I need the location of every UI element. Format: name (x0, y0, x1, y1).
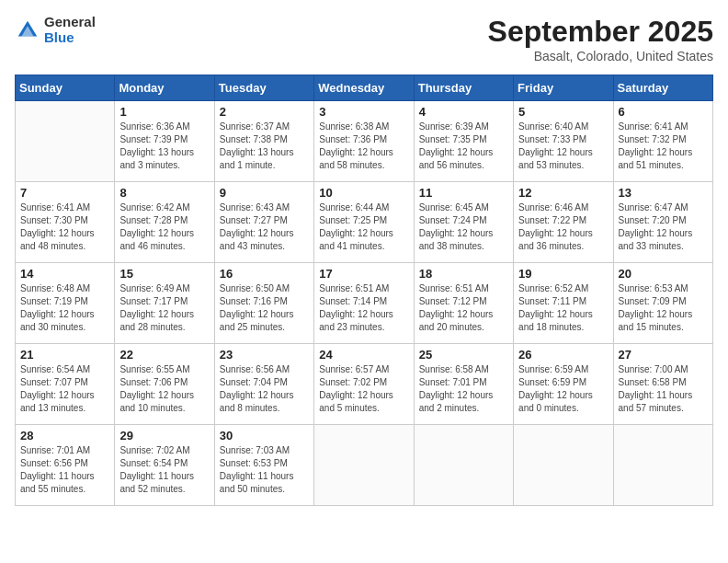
day-number: 25 (419, 348, 508, 362)
day-number: 11 (419, 186, 508, 200)
day-number: 8 (119, 186, 209, 200)
calendar-cell: 25Sunrise: 6:58 AM Sunset: 7:01 PM Dayli… (414, 344, 513, 425)
col-header-tuesday: Tuesday (214, 75, 313, 101)
calendar-table: SundayMondayTuesdayWednesdayThursdayFrid… (15, 75, 713, 506)
cell-details: Sunrise: 6:39 AM Sunset: 7:35 PM Dayligh… (419, 121, 508, 172)
col-header-thursday: Thursday (414, 75, 513, 101)
cell-details: Sunrise: 7:01 AM Sunset: 6:56 PM Dayligh… (20, 444, 109, 496)
location: Basalt, Colorado, United States (488, 49, 713, 63)
title-block: September 2025 Basalt, Colorado, United … (488, 15, 713, 63)
cell-details: Sunrise: 6:41 AM Sunset: 7:30 PM Dayligh… (20, 201, 109, 253)
logo-icon (15, 17, 40, 43)
calendar-cell: 22Sunrise: 6:55 AM Sunset: 7:06 PM Dayli… (115, 344, 214, 425)
calendar-cell: 1Sunrise: 6:36 AM Sunset: 7:39 PM Daylig… (115, 101, 214, 182)
day-number: 28 (20, 429, 109, 442)
day-number: 14 (20, 267, 109, 281)
calendar-cell (414, 425, 513, 506)
cell-details: Sunrise: 6:55 AM Sunset: 7:06 PM Dayligh… (119, 363, 209, 415)
day-number: 23 (220, 348, 309, 362)
calendar-cell: 18Sunrise: 6:51 AM Sunset: 7:12 PM Dayli… (414, 263, 513, 344)
calendar-cell: 27Sunrise: 7:00 AM Sunset: 6:58 PM Dayli… (613, 344, 712, 425)
day-number: 7 (20, 186, 109, 200)
day-number: 30 (220, 429, 309, 442)
calendar-cell: 13Sunrise: 6:47 AM Sunset: 7:20 PM Dayli… (613, 182, 712, 263)
day-number: 1 (119, 105, 209, 119)
cell-details: Sunrise: 6:57 AM Sunset: 7:02 PM Dayligh… (319, 363, 408, 415)
week-row-1: 1Sunrise: 6:36 AM Sunset: 7:39 PM Daylig… (16, 101, 713, 182)
day-number: 16 (220, 267, 309, 281)
calendar-cell: 30Sunrise: 7:03 AM Sunset: 6:53 PM Dayli… (214, 425, 313, 506)
calendar-cell: 16Sunrise: 6:50 AM Sunset: 7:16 PM Dayli… (214, 263, 313, 344)
calendar-cell: 11Sunrise: 6:45 AM Sunset: 7:24 PM Dayli… (414, 182, 513, 263)
cell-details: Sunrise: 6:47 AM Sunset: 7:20 PM Dayligh… (619, 201, 708, 253)
day-number: 12 (518, 186, 608, 200)
cell-details: Sunrise: 6:46 AM Sunset: 7:22 PM Dayligh… (518, 201, 608, 253)
calendar-cell: 15Sunrise: 6:49 AM Sunset: 7:17 PM Dayli… (115, 263, 214, 344)
cell-details: Sunrise: 6:56 AM Sunset: 7:04 PM Dayligh… (220, 363, 309, 415)
day-number: 18 (419, 267, 508, 281)
calendar-cell: 6Sunrise: 6:41 AM Sunset: 7:32 PM Daylig… (613, 101, 712, 182)
week-row-3: 14Sunrise: 6:48 AM Sunset: 7:19 PM Dayli… (16, 263, 713, 344)
calendar-cell: 4Sunrise: 6:39 AM Sunset: 7:35 PM Daylig… (414, 101, 513, 182)
day-number: 20 (619, 267, 708, 281)
header-row: SundayMondayTuesdayWednesdayThursdayFrid… (16, 75, 713, 101)
calendar-cell: 14Sunrise: 6:48 AM Sunset: 7:19 PM Dayli… (16, 263, 115, 344)
calendar-cell: 17Sunrise: 6:51 AM Sunset: 7:14 PM Dayli… (314, 263, 414, 344)
day-number: 6 (619, 105, 708, 119)
month-title: September 2025 (488, 15, 713, 49)
cell-details: Sunrise: 6:37 AM Sunset: 7:38 PM Dayligh… (220, 121, 309, 172)
calendar-cell: 3Sunrise: 6:38 AM Sunset: 7:36 PM Daylig… (314, 101, 414, 182)
cell-details: Sunrise: 7:03 AM Sunset: 6:53 PM Dayligh… (220, 444, 309, 496)
day-number: 5 (518, 105, 608, 119)
cell-details: Sunrise: 6:43 AM Sunset: 7:27 PM Dayligh… (220, 201, 309, 253)
cell-details: Sunrise: 6:40 AM Sunset: 7:33 PM Dayligh… (518, 121, 608, 172)
calendar-cell (16, 101, 115, 182)
cell-details: Sunrise: 6:41 AM Sunset: 7:32 PM Dayligh… (619, 121, 708, 172)
day-number: 19 (518, 267, 608, 281)
calendar-cell: 26Sunrise: 6:59 AM Sunset: 6:59 PM Dayli… (514, 344, 613, 425)
day-number: 24 (319, 348, 408, 362)
calendar-cell: 9Sunrise: 6:43 AM Sunset: 7:27 PM Daylig… (214, 182, 313, 263)
calendar-cell: 29Sunrise: 7:02 AM Sunset: 6:54 PM Dayli… (115, 425, 214, 506)
day-number: 9 (220, 186, 309, 200)
week-row-2: 7Sunrise: 6:41 AM Sunset: 7:30 PM Daylig… (16, 182, 713, 263)
day-number: 21 (20, 348, 109, 362)
calendar-cell: 7Sunrise: 6:41 AM Sunset: 7:30 PM Daylig… (16, 182, 115, 263)
calendar-cell (613, 425, 712, 506)
cell-details: Sunrise: 6:52 AM Sunset: 7:11 PM Dayligh… (518, 282, 608, 334)
col-header-saturday: Saturday (613, 75, 712, 101)
cell-details: Sunrise: 6:58 AM Sunset: 7:01 PM Dayligh… (419, 363, 508, 415)
col-header-wednesday: Wednesday (314, 75, 414, 101)
calendar-cell: 23Sunrise: 6:56 AM Sunset: 7:04 PM Dayli… (214, 344, 313, 425)
day-number: 10 (319, 186, 408, 200)
logo-text: General Blue (44, 15, 96, 45)
day-number: 22 (119, 348, 209, 362)
week-row-4: 21Sunrise: 6:54 AM Sunset: 7:07 PM Dayli… (16, 344, 713, 425)
cell-details: Sunrise: 6:44 AM Sunset: 7:25 PM Dayligh… (319, 201, 408, 253)
calendar-cell: 28Sunrise: 7:01 AM Sunset: 6:56 PM Dayli… (16, 425, 115, 506)
cell-details: Sunrise: 6:59 AM Sunset: 6:59 PM Dayligh… (518, 363, 608, 415)
cell-details: Sunrise: 6:38 AM Sunset: 7:36 PM Dayligh… (319, 121, 408, 172)
calendar-cell: 10Sunrise: 6:44 AM Sunset: 7:25 PM Dayli… (314, 182, 414, 263)
day-number: 2 (220, 105, 309, 119)
calendar-cell: 5Sunrise: 6:40 AM Sunset: 7:33 PM Daylig… (514, 101, 613, 182)
calendar-cell (514, 425, 613, 506)
day-number: 17 (319, 267, 408, 281)
calendar-cell: 2Sunrise: 6:37 AM Sunset: 7:38 PM Daylig… (214, 101, 313, 182)
cell-details: Sunrise: 6:48 AM Sunset: 7:19 PM Dayligh… (20, 282, 109, 334)
week-row-5: 28Sunrise: 7:01 AM Sunset: 6:56 PM Dayli… (16, 425, 713, 506)
calendar-cell: 8Sunrise: 6:42 AM Sunset: 7:28 PM Daylig… (115, 182, 214, 263)
logo: General Blue (15, 15, 96, 45)
cell-details: Sunrise: 6:45 AM Sunset: 7:24 PM Dayligh… (419, 201, 508, 253)
cell-details: Sunrise: 7:02 AM Sunset: 6:54 PM Dayligh… (119, 444, 209, 496)
day-number: 3 (319, 105, 408, 119)
calendar-cell (314, 425, 414, 506)
calendar-cell: 12Sunrise: 6:46 AM Sunset: 7:22 PM Dayli… (514, 182, 613, 263)
cell-details: Sunrise: 6:42 AM Sunset: 7:28 PM Dayligh… (119, 201, 209, 253)
cell-details: Sunrise: 6:53 AM Sunset: 7:09 PM Dayligh… (619, 282, 708, 334)
cell-details: Sunrise: 6:54 AM Sunset: 7:07 PM Dayligh… (20, 363, 109, 415)
cell-details: Sunrise: 6:51 AM Sunset: 7:12 PM Dayligh… (419, 282, 508, 334)
day-number: 13 (619, 186, 708, 200)
calendar-cell: 19Sunrise: 6:52 AM Sunset: 7:11 PM Dayli… (514, 263, 613, 344)
day-number: 29 (119, 429, 209, 442)
